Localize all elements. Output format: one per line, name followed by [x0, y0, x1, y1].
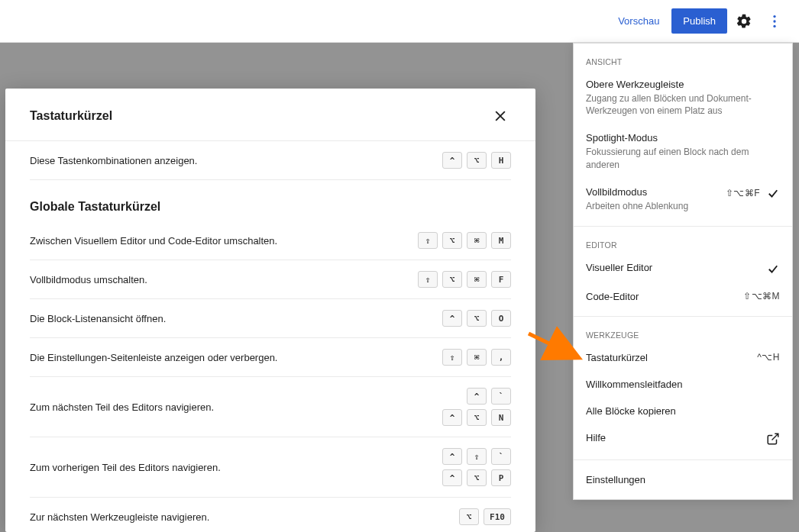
key-cap: ⇧ [467, 448, 487, 465]
key-cap: ⌥ [442, 232, 462, 249]
key-cap: ⌘ [467, 271, 487, 288]
gear-icon [736, 13, 752, 30]
key-cap: ⌥ [459, 508, 479, 525]
publish-button[interactable]: Publish [671, 8, 727, 34]
menu-item-title: Visueller Editor [586, 262, 757, 273]
menu-item-title: Obere Werkzeugleiste [586, 79, 780, 90]
svg-point-1 [773, 20, 775, 22]
menu-item-visueller-editor[interactable]: Visueller Editor [574, 254, 792, 283]
shortcut-keys: ⇧⌥⌘M [418, 232, 511, 249]
key-cap: M [491, 232, 511, 249]
preview-link[interactable]: Vorschau [609, 9, 668, 33]
key-cap: ⌘ [467, 232, 487, 249]
shortcut-label: Zum vorherigen Teil des Editors navigier… [30, 462, 221, 473]
menu-item-title: Alle Blöcke kopieren [586, 405, 780, 417]
modal-title: Tastaturkürzel [30, 109, 112, 123]
shortcut-label: Diese Tastenkombinationen anzeigen. [30, 155, 197, 166]
svg-point-0 [773, 15, 775, 17]
menu-group-bottom: Einstellungen [574, 460, 792, 499]
close-icon [493, 108, 508, 124]
modal-body: Diese Tastenkombinationen anzeigen. ^⌥H … [5, 141, 535, 532]
settings-button[interactable] [730, 8, 758, 35]
keyboard-shortcuts-modal: Tastaturkürzel Diese Tastenkombinationen… [5, 89, 535, 532]
check-icon [766, 262, 780, 276]
menu-item-willkommensleitfaden[interactable]: Willkommensleitfaden [574, 371, 792, 398]
menu-item-title: Spotlight-Modus [586, 132, 780, 143]
shortcut-label: Zur nächsten Werkzeugleiste navigieren. [30, 511, 209, 523]
modal-header: Tastaturkürzel [5, 89, 535, 141]
key-cap: ⇧ [442, 349, 462, 366]
more-options-button[interactable] [761, 8, 788, 35]
key-cap: ^ [442, 448, 462, 465]
key-cap: ` [491, 388, 511, 405]
key-cap: ⌥ [467, 409, 487, 426]
shortcut-keys: ⇧⌘, [442, 349, 511, 366]
modal-close-button[interactable] [490, 105, 511, 127]
key-cap: N [491, 409, 511, 426]
menu-item-title: Vollbildmodus [586, 186, 717, 198]
shortcut-label: Die Einstellungen-Seitenleiste anzeigen … [30, 352, 278, 363]
key-cap: ^ [442, 409, 462, 426]
menu-item-shortcut: ⇧⌥⌘F [726, 188, 760, 198]
key-cap: H [491, 152, 511, 169]
shortcut-keys: ⌥F10 [459, 508, 511, 525]
key-cap: O [491, 310, 511, 327]
menu-item-title: Einstellungen [586, 474, 780, 485]
key-cap: ^ [442, 152, 462, 169]
key-cap: F [491, 271, 511, 288]
shortcut-keys: ^⌥H [442, 152, 511, 169]
key-cap: ^ [442, 310, 462, 327]
shortcut-row: Diese Tastenkombinationen anzeigen. ^⌥H [30, 141, 511, 180]
menu-item-einstellungen[interactable]: Einstellungen [574, 466, 792, 493]
key-cap: ⇧ [418, 232, 438, 249]
key-cap: ⌥ [442, 271, 462, 288]
shortcut-row: Vollbildmodus umschalten.⇧⌥⌘F [30, 260, 511, 299]
menu-item-tastaturkuerzel[interactable]: Tastaturkürzel ^⌥H [574, 344, 792, 371]
menu-item-code-editor[interactable]: Code-Editor ⇧⌥⌘M [574, 283, 792, 310]
svg-line-3 [772, 434, 778, 440]
menu-item-title: Willkommensleitfaden [586, 379, 780, 390]
shortcut-row: Zwischen Visuellem Editor und Code-Edito… [30, 221, 511, 260]
key-cap: , [491, 349, 511, 366]
key-cap: ⇧ [418, 271, 438, 288]
menu-group-werkzeuge: WERKZEUGE Tastaturkürzel ^⌥H Willkommens… [574, 317, 792, 460]
menu-item-title: Code-Editor [586, 291, 734, 302]
group-heading-editor: EDITOR [574, 233, 792, 254]
menu-item-hilfe[interactable]: Hilfe [574, 424, 792, 453]
menu-item-alle-bloecke-kopieren[interactable]: Alle Blöcke kopieren [574, 398, 792, 424]
shortcut-row: Zum nächsten Teil des Editors navigieren… [30, 377, 511, 437]
check-icon [766, 186, 780, 200]
menu-item-title: Tastaturkürzel [586, 352, 748, 363]
key-cap: P [491, 469, 511, 486]
key-cap: ^ [442, 469, 462, 486]
external-link-icon [766, 432, 780, 446]
svg-point-2 [773, 24, 775, 27]
options-menu: ANSICHT Obere Werkzeugleiste Zugang zu a… [573, 43, 793, 500]
shortcut-row: Die Block-Listenansicht öffnen.^⌥O [30, 299, 511, 338]
section-heading: Globale Tastaturkürzel [30, 180, 511, 221]
key-cap: ⌘ [467, 349, 487, 366]
top-bar: Vorschau Publish [0, 0, 799, 43]
menu-group-ansicht: ANSICHT Obere Werkzeugleiste Zugang zu a… [574, 44, 792, 227]
key-cap: F10 [484, 508, 511, 525]
menu-item-vollbildmodus[interactable]: Vollbildmodus Arbeiten ohne Ablenkung ⇧⌥… [574, 179, 792, 220]
key-cap: ^ [467, 388, 487, 405]
group-heading-ansicht: ANSICHT [574, 50, 792, 71]
menu-item-shortcut: ^⌥H [757, 352, 780, 363]
shortcut-row: Zum vorherigen Teil des Editors navigier… [30, 437, 511, 498]
group-heading-werkzeuge: WERKZEUGE [574, 323, 792, 344]
menu-item-spotlight-modus[interactable]: Spotlight-Modus Fokussierung auf einen B… [574, 124, 792, 178]
menu-item-sub: Fokussierung auf einen Block nach dem an… [586, 146, 780, 170]
menu-item-obere-werkzeugleiste[interactable]: Obere Werkzeugleiste Zugang zu allen Blö… [574, 71, 792, 124]
shortcut-keys: ^⇧`^⌥P [442, 448, 511, 486]
menu-group-editor: EDITOR Visueller Editor Code-Editor ⇧⌥⌘M [574, 227, 792, 317]
key-cap: ⌥ [467, 310, 487, 327]
shortcut-row: Zur nächsten Werkzeugleiste navigieren.⌥… [30, 498, 511, 532]
shortcut-keys: ^`^⌥N [442, 388, 511, 426]
menu-item-shortcut: ⇧⌥⌘M [743, 291, 780, 301]
shortcut-keys: ^⌥O [442, 310, 511, 327]
shortcut-label: Vollbildmodus umschalten. [30, 274, 147, 285]
shortcut-label: Zwischen Visuellem Editor und Code-Edito… [30, 235, 277, 247]
key-cap: ` [491, 448, 511, 465]
more-vertical-icon [766, 13, 783, 30]
